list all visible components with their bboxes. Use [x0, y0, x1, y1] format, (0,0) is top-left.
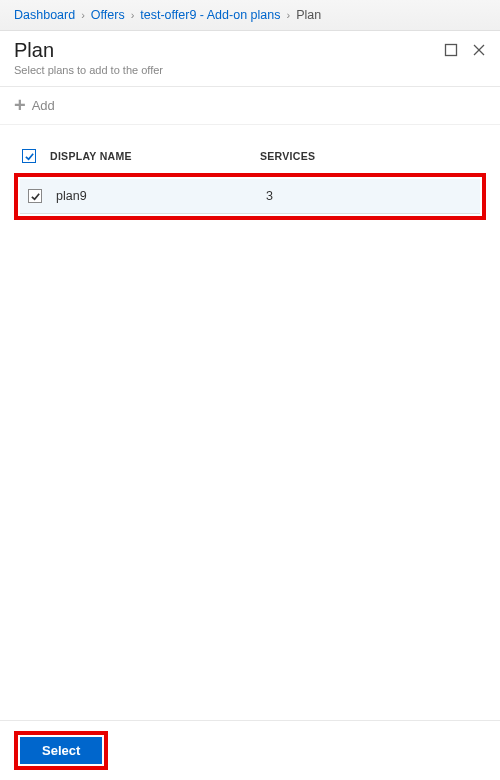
page-title: Plan: [14, 39, 444, 62]
plans-table: DISPLAY NAME SERVICES plan9 3: [0, 125, 500, 220]
select-button[interactable]: Select: [20, 737, 102, 764]
chevron-right-icon: ›: [81, 9, 85, 21]
row-display-name: plan9: [56, 189, 266, 203]
breadcrumb-current: Plan: [296, 8, 321, 22]
breadcrumb-link-offer-addon-plans[interactable]: test-offer9 - Add-on plans: [140, 8, 280, 22]
table-header-row: DISPLAY NAME SERVICES: [14, 143, 486, 169]
row-checkbox[interactable]: [28, 189, 42, 203]
breadcrumb: Dashboard › Offers › test-offer9 - Add-o…: [0, 0, 500, 31]
maximize-icon[interactable]: [444, 43, 458, 57]
breadcrumb-link-offers[interactable]: Offers: [91, 8, 125, 22]
chevron-right-icon: ›: [131, 9, 135, 21]
blade-footer: Select: [0, 720, 500, 780]
add-button-label: Add: [32, 98, 55, 113]
table-row[interactable]: plan9 3: [20, 179, 480, 214]
blade-header: Plan Select plans to add to the offer: [0, 31, 500, 87]
row-services: 3: [266, 189, 472, 203]
svg-rect-0: [446, 45, 457, 56]
column-header-display-name[interactable]: DISPLAY NAME: [50, 150, 260, 162]
column-header-services[interactable]: SERVICES: [260, 150, 478, 162]
page-subtitle: Select plans to add to the offer: [14, 64, 444, 76]
highlighted-row-callout: plan9 3: [14, 173, 486, 220]
add-button[interactable]: + Add: [14, 95, 55, 115]
plus-icon: +: [14, 95, 26, 115]
close-icon[interactable]: [472, 43, 486, 57]
breadcrumb-link-dashboard[interactable]: Dashboard: [14, 8, 75, 22]
toolbar: + Add: [0, 87, 500, 125]
highlighted-select-callout: Select: [14, 731, 108, 770]
select-all-checkbox[interactable]: [22, 149, 36, 163]
chevron-right-icon: ›: [286, 9, 290, 21]
